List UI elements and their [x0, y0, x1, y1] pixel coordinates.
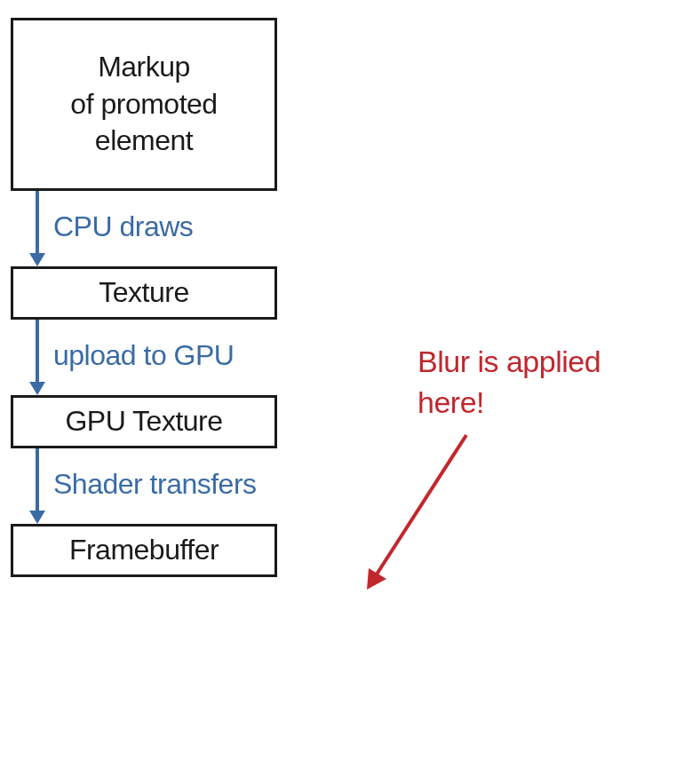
annotation-line2: here!: [418, 383, 600, 424]
arrow-down-icon: [27, 191, 48, 266]
node-markup-line2: of promoted: [70, 86, 217, 123]
node-framebuffer-label: Framebuffer: [69, 532, 219, 569]
node-framebuffer: Framebuffer: [11, 524, 277, 577]
node-texture-label: Texture: [99, 274, 188, 312]
svg-marker-3: [29, 382, 45, 395]
connector-upload-to-gpu: upload to GPU: [11, 320, 277, 395]
node-markup-line3: element: [95, 123, 193, 160]
svg-marker-5: [29, 511, 45, 524]
flow-diagram: Markup of promoted element CPU draws Tex…: [11, 18, 277, 577]
connector-shader-transfers: Shader transfers: [11, 448, 277, 524]
svg-marker-1: [29, 253, 45, 266]
annotation-line1: Blur is applied: [418, 342, 600, 383]
node-texture: Texture: [11, 266, 277, 320]
connector-label-cpu-draws: CPU draws: [53, 210, 193, 243]
node-markup-line1: Markup: [98, 49, 190, 86]
node-gpu-texture: GPU Texture: [11, 395, 277, 448]
annotation-blur: Blur is applied here!: [418, 342, 600, 424]
connector-cpu-draws: CPU draws: [11, 191, 277, 266]
arrow-down-icon: [27, 320, 48, 395]
node-markup: Markup of promoted element: [11, 18, 277, 191]
connector-label-shader-transfers: Shader transfers: [53, 468, 257, 501]
svg-line-6: [373, 435, 466, 580]
annotation-arrow-icon: [351, 426, 484, 604]
node-gpu-texture-label: GPU Texture: [65, 403, 222, 440]
arrow-down-icon: [27, 448, 48, 524]
connector-label-upload-to-gpu: upload to GPU: [53, 339, 234, 372]
